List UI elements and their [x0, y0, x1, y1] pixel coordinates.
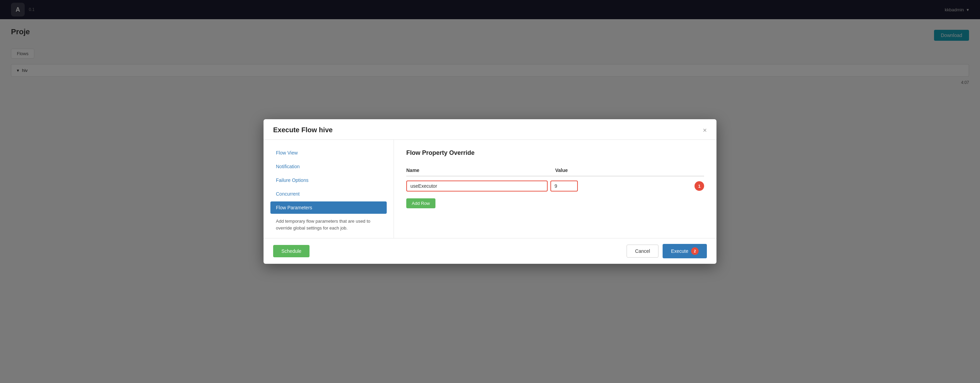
- modal-title: Execute Flow hive: [273, 126, 332, 134]
- execute-flow-modal: Execute Flow hive × Flow View Notificati…: [264, 119, 716, 264]
- add-row-button[interactable]: Add Row: [406, 198, 436, 208]
- modal-overlay: Execute Flow hive × Flow View Notificati…: [0, 0, 980, 383]
- modal-main: Flow Property Override Name Value 1 Add …: [394, 140, 716, 238]
- execute-label: Execute: [671, 248, 688, 254]
- modal-footer: Schedule Cancel Execute 2: [264, 238, 716, 264]
- sidebar-item-concurrent[interactable]: Concurrent: [270, 188, 387, 200]
- execute-badge: 2: [691, 247, 698, 255]
- cancel-button[interactable]: Cancel: [627, 245, 659, 258]
- column-header-name: Name: [406, 168, 555, 173]
- table-header: Name Value: [406, 165, 704, 176]
- modal-header: Execute Flow hive ×: [264, 119, 716, 140]
- modal-close-button[interactable]: ×: [703, 127, 707, 134]
- section-title: Flow Property Override: [406, 149, 704, 157]
- sidebar-item-failure-options[interactable]: Failure Options: [270, 174, 387, 186]
- footer-right: Cancel Execute 2: [627, 244, 707, 258]
- execute-button[interactable]: Execute 2: [663, 244, 707, 258]
- row-badge: 1: [695, 181, 704, 191]
- schedule-button[interactable]: Schedule: [273, 245, 310, 257]
- param-value-input[interactable]: [550, 180, 578, 192]
- sidebar-description: Add temporary flow parameters that are u…: [270, 215, 387, 231]
- sidebar-item-notification[interactable]: Notification: [270, 160, 387, 173]
- modal-sidebar: Flow View Notification Failure Options C…: [264, 140, 394, 238]
- sidebar-item-flow-parameters[interactable]: Flow Parameters: [270, 201, 387, 214]
- param-name-input[interactable]: [406, 180, 548, 192]
- table-row: 1: [406, 178, 704, 194]
- column-header-value: Value: [555, 168, 704, 173]
- modal-body: Flow View Notification Failure Options C…: [264, 140, 716, 238]
- sidebar-item-flow-view[interactable]: Flow View: [270, 147, 387, 159]
